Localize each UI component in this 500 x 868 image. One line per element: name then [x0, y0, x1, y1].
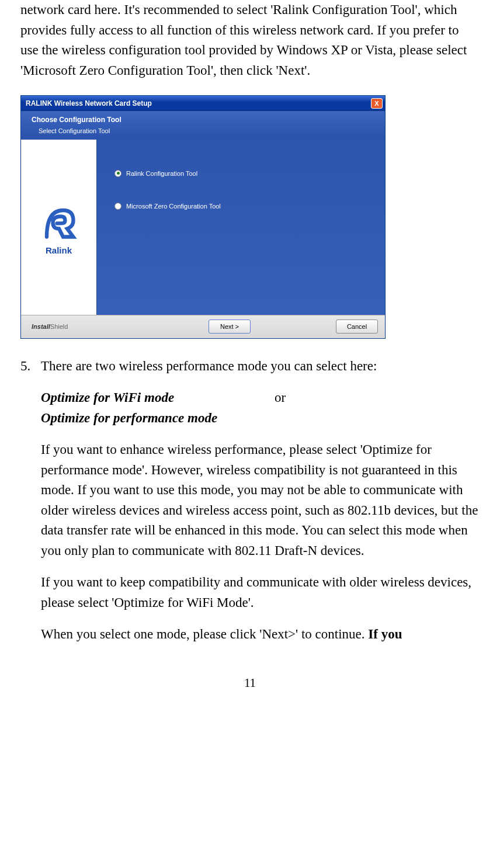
cancel-button[interactable]: Cancel: [336, 320, 378, 334]
mode-wifi: Optimize for WiFi mode: [41, 388, 275, 408]
step-5: 5. There are two wireless performance mo…: [20, 356, 480, 657]
window-titlebar: RALINK Wireless Network Card Setup X: [21, 96, 385, 111]
installer-main: Ralink Configuration Tool Microsoft Zero…: [97, 140, 385, 315]
installer-screenshot: RALINK Wireless Network Card Setup X Cho…: [20, 95, 480, 339]
radio-icon: [114, 203, 121, 210]
installer-footer: InstallShield Next > Cancel: [21, 315, 385, 338]
step5-para3: When you select one mode, please click '…: [41, 624, 480, 645]
ralink-logo-icon: [33, 196, 85, 249]
subheader-desc: Select Configuration Tool: [32, 126, 374, 136]
installer-subheader: Choose Configuration Tool Select Configu…: [21, 111, 385, 140]
radio-label: Microsoft Zero Configuration Tool: [126, 202, 221, 211]
radio-microsoft-tool[interactable]: Microsoft Zero Configuration Tool: [114, 202, 367, 211]
installer-body: Ralink Ralink Configuration Tool Microso…: [21, 140, 385, 315]
intro-paragraph: network card here. It's recommended to s…: [20, 0, 480, 81]
page-number: 11: [12, 674, 488, 693]
installer-window: RALINK Wireless Network Card Setup X Cho…: [20, 95, 386, 339]
radio-label: Ralink Configuration Tool: [126, 169, 197, 179]
radio-icon: [114, 170, 121, 177]
next-button[interactable]: Next >: [209, 320, 251, 334]
close-icon[interactable]: X: [371, 98, 383, 109]
radio-ralink-tool[interactable]: Ralink Configuration Tool: [114, 169, 367, 179]
subheader-title: Choose Configuration Tool: [32, 114, 374, 125]
step-number: 5.: [20, 356, 41, 657]
step5-intro: There are two wireless performance mode …: [41, 356, 480, 377]
installshield-label: InstallShield: [32, 322, 209, 332]
or-text: or: [275, 388, 286, 408]
installer-sidebar: Ralink: [21, 140, 97, 315]
mode-performance: Optimize for performance mode: [41, 408, 480, 429]
window-title: RALINK Wireless Network Card Setup: [26, 98, 371, 109]
step5-para1: If you want to enhance wireless performa…: [41, 440, 480, 561]
step5-para2: If you want to keep compatibility and co…: [41, 572, 480, 613]
